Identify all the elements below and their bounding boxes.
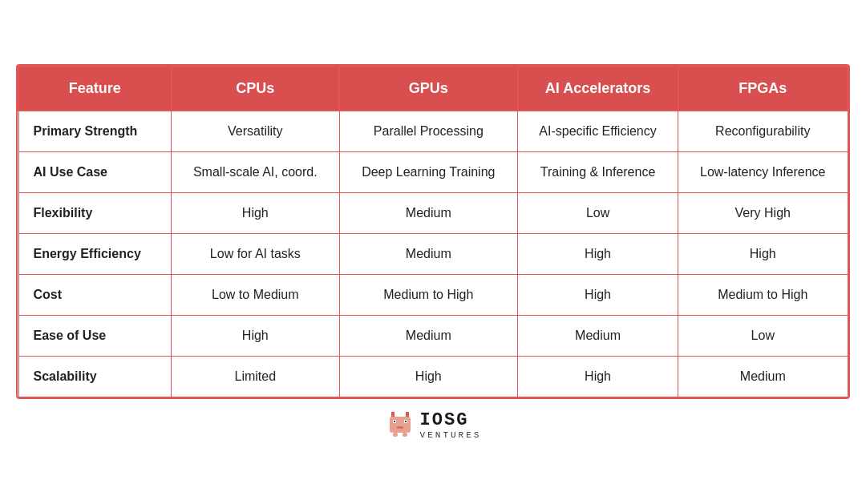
col-header-gpus: GPUs [339,67,518,111]
ai-accelerators-cell: High [518,274,678,315]
gpus-cell: Medium [339,315,518,356]
gpus-cell: Medium [339,233,518,274]
fpgas-cell: Medium [678,356,848,397]
cpus-cell: Low for AI tasks [172,233,339,274]
ai-accelerators-cell: Medium [518,315,678,356]
table-row: CostLow to MediumMedium to HighHighMediu… [18,274,848,315]
table-row: Ease of UseHighMediumMediumLow [18,315,848,356]
cpus-cell: High [172,315,339,356]
fpgas-cell: Reconfigurability [678,111,848,152]
table-row: Primary StrengthVersatilityParallel Proc… [18,111,848,152]
table-row: ScalabilityLimitedHighHighMedium [18,356,848,397]
table-row: AI Use CaseSmall-scale AI, coord.Deep Le… [18,151,848,192]
feature-cell: Flexibility [18,192,172,233]
iosg-logo-icon [385,410,415,441]
table-row: FlexibilityHighMediumLowVery High [18,192,848,233]
iosg-label: IOSG [420,410,469,430]
svg-rect-2 [390,417,411,433]
feature-cell: Cost [18,274,172,315]
gpus-cell: Medium [339,192,518,233]
feature-cell: Scalability [18,356,172,397]
gpus-cell: Deep Learning Training [339,151,518,192]
footer: IOSG VENTURES [385,410,482,441]
ai-accelerators-cell: High [518,233,678,274]
feature-cell: Primary Strength [18,111,172,152]
table-row: Energy EfficiencyLow for AI tasksMediumH… [18,233,848,274]
logo-text: IOSG VENTURES [420,410,482,440]
gpus-cell: High [339,356,518,397]
fpgas-cell: Low [678,315,848,356]
cpus-cell: Small-scale AI, coord. [172,151,339,192]
feature-cell: Ease of Use [18,315,172,356]
ai-accelerators-cell: Low [518,192,678,233]
feature-cell: AI Use Case [18,151,172,192]
cpus-cell: Versatility [172,111,339,152]
fpgas-cell: Very High [678,192,848,233]
fpgas-cell: Low-latency Inference [678,151,848,192]
svg-rect-9 [403,433,407,437]
ai-accelerators-cell: Training & Inference [518,151,678,192]
comparison-table: Feature CPUs GPUs AI Accelerators FPGAs … [16,64,850,399]
svg-rect-7 [397,426,403,429]
cpus-cell: Limited [172,356,339,397]
svg-rect-5 [394,421,395,422]
gpus-cell: Medium to High [339,274,518,315]
cpus-cell: High [172,192,339,233]
col-header-feature: Feature [18,67,172,111]
ventures-label: VENTURES [420,430,482,440]
fpgas-cell: High [678,233,848,274]
feature-cell: Energy Efficiency [18,233,172,274]
col-header-fpgas: FPGAs [678,67,848,111]
svg-rect-6 [405,421,407,422]
ai-accelerators-cell: AI-specific Efficiency [518,111,678,152]
ai-accelerators-cell: High [518,356,678,397]
svg-rect-8 [393,433,398,437]
col-header-ai-accelerators: AI Accelerators [518,67,678,111]
cpus-cell: Low to Medium [172,274,339,315]
fpgas-cell: Medium to High [678,274,848,315]
col-header-cpus: CPUs [172,67,339,111]
gpus-cell: Parallel Processing [339,111,518,152]
